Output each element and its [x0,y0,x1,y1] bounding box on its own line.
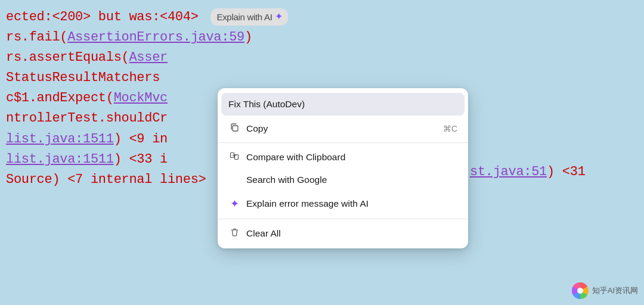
code-text: rs.fail( [6,30,67,45]
spark-icon: ✦ [275,10,283,24]
code-text: ) [244,30,252,45]
code-link[interactable]: MockMvc [114,91,168,105]
compare-icon [228,151,240,163]
code-text: c$1.andExpect(MockMvc [6,91,168,105]
code-text: rs.assertEquals(Asser [6,50,168,65]
code-line-2: rs.fail(AssertionErrors.java:59) [0,27,644,48]
compare-clipboard-label: Compare with Clipboard [246,152,345,163]
code-text: Source) <7 internal lines> [6,172,206,187]
fix-this-label: Fix This (AutoDev) [228,99,305,110]
code-link[interactable]: list.java:1511 [6,132,114,147]
context-menu: Fix This (AutoDev) Copy ⌘C Compare with … [218,88,468,248]
code-text: ntrollerTest.shouldCr [6,111,168,126]
code-text: ected:<200> but was:<404> [6,10,199,24]
code-link[interactable]: Asser [129,50,168,65]
code-line-3: rs.assertEquals(Asser [0,48,644,68]
clear-all-label: Clear All [246,228,281,239]
trash-icon [228,228,240,239]
menu-item-copy[interactable]: Copy ⌘C [218,117,468,140]
explain-error-label: Explain error message with AI [246,198,369,209]
explain-badge[interactable]: Explain with AI ✦ [210,8,288,26]
search-google-label: Search with Google [246,175,327,185]
code-line-4: StatusResultMatchers esultMatchers.j [0,68,644,88]
menu-divider-2 [218,219,468,219]
code-text: ) <9 in [114,132,168,147]
menu-item-explain-error[interactable]: ✦ Explain error message with AI [218,191,468,216]
spark-menu-icon: ✦ [228,197,240,210]
copy-icon [228,123,240,134]
menu-item-search-google[interactable]: Search with Google [218,169,468,191]
menu-item-fix-this[interactable]: Fix This (AutoDev) [221,93,465,116]
copy-label: Copy [246,123,268,134]
menu-divider-1 [218,142,468,143]
watermark-text: 知乎AI资讯网 [592,285,638,296]
explain-badge-text: Explain with AI [216,10,272,24]
code-link[interactable]: AssertionErrors.java:59 [67,30,244,45]
svg-rect-0 [233,126,238,131]
menu-item-clear-all[interactable]: Clear All [218,222,468,245]
menu-item-compare-clipboard[interactable]: Compare with Clipboard [218,145,468,169]
code-text-right2: st.java:51) <31 [470,162,586,182]
code-link[interactable]: list.java:1511 [6,152,114,167]
code-line-1: ected:<200> but was:<404> Explain with A… [0,0,644,27]
watermark-logo [572,282,589,299]
code-link[interactable]: st.java:51 [470,164,547,179]
copy-shortcut: ⌘C [443,124,457,133]
code-text: ) <33 i [114,152,168,167]
watermark: 知乎AI资讯网 [572,282,638,299]
code-text: StatusResultMatchers [6,70,160,85]
